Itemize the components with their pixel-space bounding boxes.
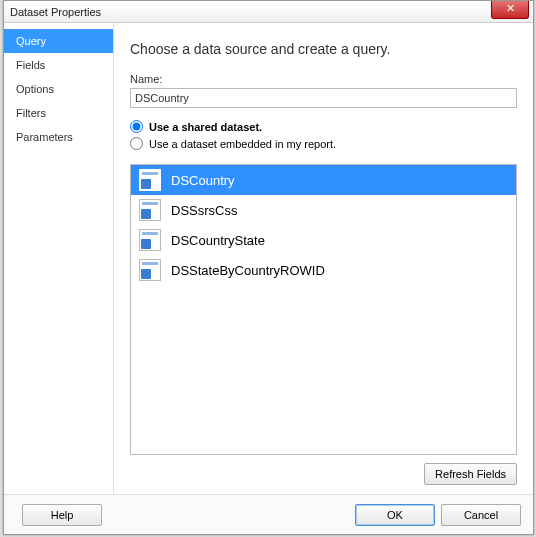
radio-embedded-row[interactable]: Use a dataset embedded in my report. [130,135,517,152]
dataset-item-label: DSCountry [171,173,235,188]
dataset-item-dscountry[interactable]: DSCountry [131,165,516,195]
dialog-window: Dataset Properties ✕ Query Fields Option… [3,0,534,535]
ok-button[interactable]: OK [355,504,435,526]
sidebar-item-label: Filters [16,107,46,119]
sidebar-item-label: Fields [16,59,45,71]
radio-shared[interactable] [130,120,143,133]
radio-shared-label: Use a shared dataset. [149,121,262,133]
dataset-item-dsssrscss[interactable]: DSSsrsCss [131,195,516,225]
sidebar-item-options[interactable]: Options [4,77,113,101]
dataset-item-label: DSCountryState [171,233,265,248]
dataset-item-dscountrystate[interactable]: DSCountryState [131,225,516,255]
dataset-item-label: DSStateByCountryROWID [171,263,325,278]
name-label: Name: [130,73,517,85]
dialog-body: Query Fields Options Filters Parameters … [4,23,533,493]
page-heading: Choose a data source and create a query. [130,41,517,57]
refresh-row: Refresh Fields [130,463,517,485]
main-panel: Choose a data source and create a query.… [114,23,533,493]
sidebar-item-filters[interactable]: Filters [4,101,113,125]
cancel-button[interactable]: Cancel [441,504,521,526]
radio-embedded-label: Use a dataset embedded in my report. [149,138,336,150]
refresh-fields-button[interactable]: Refresh Fields [424,463,517,485]
sidebar-item-label: Parameters [16,131,73,143]
sidebar-item-query[interactable]: Query [4,29,113,53]
titlebar: Dataset Properties ✕ [4,1,533,23]
sidebar-item-fields[interactable]: Fields [4,53,113,77]
dataset-icon [139,229,161,251]
name-input[interactable] [130,88,517,108]
dataset-mode-radios: Use a shared dataset. Use a dataset embe… [130,118,517,152]
dataset-icon [139,259,161,281]
sidebar: Query Fields Options Filters Parameters [4,23,114,493]
dataset-listbox[interactable]: DSCountry DSSsrsCss DSCountryState DSSta… [130,164,517,455]
dataset-item-label: DSSsrsCss [171,203,237,218]
sidebar-item-parameters[interactable]: Parameters [4,125,113,149]
window-title: Dataset Properties [10,6,101,18]
dataset-icon [139,169,161,191]
close-button[interactable]: ✕ [491,1,529,19]
sidebar-item-label: Query [16,35,46,47]
help-button[interactable]: Help [22,504,102,526]
radio-embedded[interactable] [130,137,143,150]
sidebar-item-label: Options [16,83,54,95]
radio-shared-row[interactable]: Use a shared dataset. [130,118,517,135]
dataset-item-dsstatebycountryrowid[interactable]: DSStateByCountryROWID [131,255,516,285]
dataset-icon [139,199,161,221]
close-icon: ✕ [506,2,515,14]
dialog-footer: Help OK Cancel [4,494,533,534]
